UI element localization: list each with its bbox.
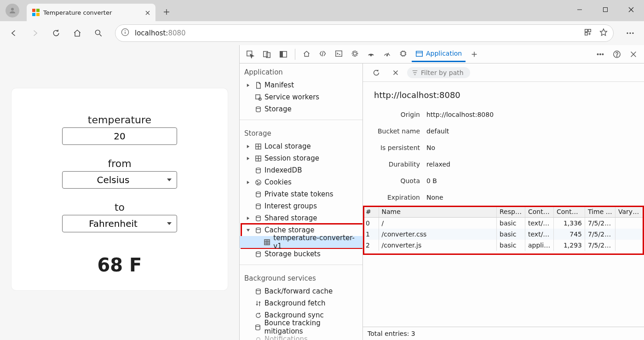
url-text: localhost:8080 <box>135 29 578 37</box>
section-storage: Storage <box>240 125 362 140</box>
database-icon <box>254 288 262 295</box>
forward-button[interactable] <box>26 24 44 42</box>
temperature-label: temperature <box>88 114 151 126</box>
application-sidebar[interactable]: Application Manifest Service workers Sto… <box>240 63 363 340</box>
tab-performance[interactable] <box>380 46 395 62</box>
svg-rect-9 <box>585 29 587 32</box>
to-label: to <box>115 202 125 213</box>
svg-point-24 <box>386 55 387 56</box>
cache-detail-panel: Filter by path http://localhost:8080 Ori… <box>363 63 644 340</box>
sidebar-item-bf-cache[interactable]: Back/forward cache <box>240 285 362 297</box>
dock-icon[interactable] <box>276 46 291 62</box>
svg-point-29 <box>602 53 604 55</box>
svg-point-37 <box>256 167 260 169</box>
back-button[interactable] <box>5 24 23 42</box>
sidebar-item-cookies[interactable]: Cookies <box>240 176 362 188</box>
devtools-panel: Application Application Manifest Service… <box>239 45 644 340</box>
to-select[interactable]: Fahrenheit <box>62 215 177 232</box>
profile-button[interactable] <box>6 4 19 17</box>
window-maximize-button[interactable] <box>592 0 618 19</box>
svg-rect-2 <box>36 9 40 12</box>
svg-rect-11 <box>585 33 587 35</box>
svg-point-14 <box>632 32 633 34</box>
svg-point-23 <box>370 55 371 56</box>
sidebar-item-background-fetch[interactable]: Background fetch <box>240 297 362 309</box>
tab-console[interactable] <box>331 46 346 62</box>
bucket-value: default <box>426 127 449 135</box>
home-button[interactable] <box>68 24 86 42</box>
svg-rect-26 <box>416 51 423 56</box>
from-select[interactable]: Celsius <box>62 171 177 189</box>
from-label: from <box>108 158 131 169</box>
sidebar-item-storage[interactable]: Storage <box>240 103 362 115</box>
svg-point-6 <box>95 30 100 35</box>
svg-point-42 <box>256 191 260 193</box>
sidebar-item-storage-buckets[interactable]: Storage buckets <box>240 248 362 260</box>
browser-tab[interactable]: Temperature converter <box>27 4 155 21</box>
svg-rect-5 <box>604 8 608 12</box>
tab-application[interactable]: Application <box>412 46 466 62</box>
inspect-element-icon[interactable] <box>242 46 258 62</box>
svg-rect-19 <box>280 51 282 57</box>
filter-input[interactable]: Filter by path <box>407 67 470 78</box>
clear-cache-button[interactable] <box>388 65 403 81</box>
sidebar-item-private-state-tokens[interactable]: Private state tokens <box>240 188 362 200</box>
address-bar[interactable]: localhost:8080 <box>115 24 614 42</box>
svg-rect-4 <box>36 13 40 16</box>
svg-point-28 <box>600 53 601 55</box>
tab-memory[interactable] <box>396 46 411 62</box>
reload-button[interactable] <box>47 24 65 42</box>
sidebar-item-bounce-tracking[interactable]: Bounce tracking mitigations <box>240 321 362 333</box>
tab-welcome[interactable] <box>299 46 314 62</box>
database-icon <box>254 250 262 258</box>
browser-toolbar: localhost:8080 <box>0 21 644 45</box>
table-row[interactable]: 2/converter.jsbasicappli…1,2937/5/2… <box>363 240 644 251</box>
sidebar-item-shared-storage[interactable]: Shared storage <box>240 212 362 224</box>
new-tab-button[interactable] <box>158 4 175 20</box>
more-tabs-button[interactable] <box>466 46 482 62</box>
search-button[interactable] <box>89 24 108 42</box>
sidebar-item-interest-groups[interactable]: Interest groups <box>240 200 362 212</box>
tab-elements[interactable] <box>315 46 330 62</box>
sidebar-item-local-storage[interactable]: Local storage <box>240 140 362 152</box>
window-close-button[interactable] <box>618 0 644 19</box>
svg-rect-32 <box>255 94 259 98</box>
svg-point-38 <box>255 179 260 184</box>
device-toggle-icon[interactable] <box>259 46 275 62</box>
devtools-close-icon[interactable] <box>626 46 641 62</box>
browser-menu-button[interactable] <box>621 24 639 42</box>
database-icon <box>254 167 262 174</box>
svg-rect-1 <box>32 9 35 12</box>
svg-point-45 <box>256 227 260 229</box>
sidebar-item-cache-instance[interactable]: temperature-converter-v1 <box>240 236 362 248</box>
sidebar-item-notifications[interactable]: Notifications <box>240 333 362 340</box>
tab-sources[interactable] <box>347 46 362 62</box>
svg-point-21 <box>353 52 356 55</box>
persistent-value: No <box>426 144 435 151</box>
devtools-help-icon[interactable] <box>609 46 625 62</box>
site-info-icon[interactable] <box>121 28 129 38</box>
extensions-icon[interactable] <box>584 28 592 38</box>
window-minimize-button[interactable] <box>567 0 592 19</box>
tab-network[interactable] <box>363 46 379 62</box>
titlebar: Temperature converter <box>0 0 644 21</box>
sidebar-item-indexeddb[interactable]: IndexedDB <box>240 164 362 176</box>
table-header-row[interactable]: # Name Resp… Cont… Conte… Time … Vary … <box>363 206 644 218</box>
sidebar-item-service-workers[interactable]: Service workers <box>240 91 362 103</box>
tab-close-button[interactable] <box>145 8 150 17</box>
database-icon <box>254 226 262 234</box>
window-controls <box>567 0 644 19</box>
grid-icon <box>264 238 270 246</box>
table-row[interactable]: 1/converter.cssbasictext/c…7457/5/2… <box>363 229 644 240</box>
cache-table[interactable]: # Name Resp… Cont… Conte… Time … Vary … <box>363 206 644 327</box>
devtools-more-icon[interactable] <box>592 46 608 62</box>
temperature-input[interactable] <box>62 127 177 145</box>
refresh-cache-button[interactable] <box>368 65 384 81</box>
devtools-tabs: Application <box>240 45 644 63</box>
svg-point-41 <box>257 183 258 184</box>
svg-point-8 <box>125 30 126 31</box>
sidebar-item-session-storage[interactable]: Session storage <box>240 152 362 164</box>
sidebar-item-manifest[interactable]: Manifest <box>240 79 362 91</box>
favorite-icon[interactable] <box>599 28 608 38</box>
table-row[interactable]: 0/basictext/…1,3367/5/2… <box>363 218 644 229</box>
